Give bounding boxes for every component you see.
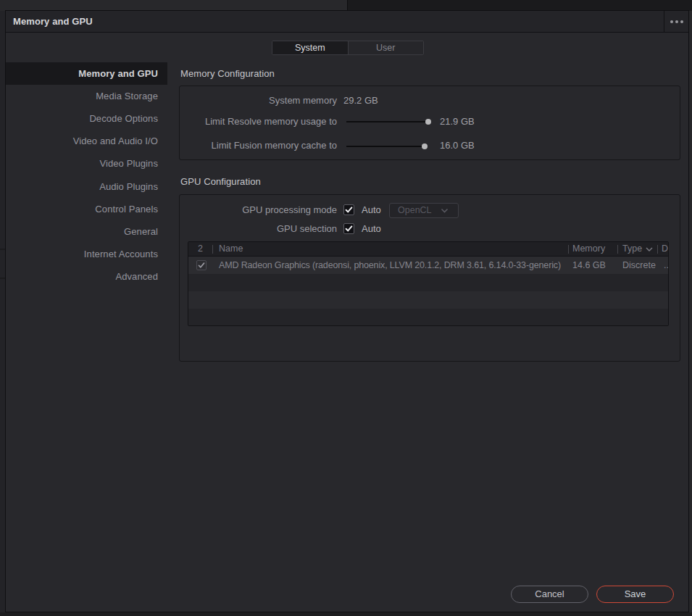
system-memory-label: System memory xyxy=(187,94,337,107)
chevron-down-icon xyxy=(441,208,449,213)
fusion-cache-slider-thumb[interactable] xyxy=(422,143,428,149)
column-divider xyxy=(212,245,213,254)
sidebar-item-video-plugins[interactable]: Video Plugins xyxy=(6,152,167,175)
tab-user[interactable]: User xyxy=(348,41,424,54)
gpu-selection-auto-label: Auto xyxy=(362,222,381,236)
gpu-table-header-memory[interactable]: Memory xyxy=(572,242,605,256)
gpu-configuration-heading: GPU Configuration xyxy=(180,176,261,187)
backdrop-app-top-right xyxy=(348,0,692,11)
gpu-table-header-count[interactable]: 2 xyxy=(188,242,212,256)
gpu-table-header-device[interactable]: Device xyxy=(662,242,669,256)
backdrop-panel-seam xyxy=(0,249,5,250)
backdrop-app-bottom xyxy=(0,612,692,616)
gpu-selection-label: GPU selection xyxy=(187,222,337,236)
column-divider xyxy=(617,245,618,254)
sidebar-item-advanced[interactable]: Advanced xyxy=(6,265,167,288)
gpu-processing-mode-dropdown[interactable]: OpenCL xyxy=(389,203,459,218)
options-menu-button[interactable] xyxy=(664,11,688,33)
sidebar-item-audio-plugins[interactable]: Audio Plugins xyxy=(6,175,167,198)
backdrop-app-top-left xyxy=(0,0,348,11)
tab-system[interactable]: System xyxy=(272,41,348,54)
resolve-memory-slider-thumb[interactable] xyxy=(425,119,431,125)
gpu-processing-mode-dropdown-value: OpenCL xyxy=(398,204,432,217)
ellipsis-icon xyxy=(680,20,683,23)
gpu-processing-mode-auto-label: Auto xyxy=(362,204,381,217)
gpu-table: 2 Name Memory Type Device AMD Radeon Gra… xyxy=(188,241,669,326)
fusion-cache-limit-value: 16.0 GB xyxy=(440,139,475,152)
checkmark-icon xyxy=(197,261,206,270)
checkmark-icon xyxy=(344,224,354,233)
gpu-processing-mode-label: GPU processing mode xyxy=(187,204,337,217)
resolve-memory-limit-value: 21.9 GB xyxy=(440,115,475,128)
gpu-table-header: 2 Name Memory Type Device xyxy=(188,242,668,257)
gpu-table-empty-row xyxy=(188,291,668,309)
gpu-table-empty-row xyxy=(188,309,668,326)
memory-configuration-heading: Memory Configuration xyxy=(180,68,275,79)
gpu-table-header-name[interactable]: Name xyxy=(219,242,243,256)
backdrop-panel-seam xyxy=(0,278,5,279)
dialog-titlebar: Memory and GPU xyxy=(6,11,688,33)
preferences-tab-group: System User xyxy=(272,41,424,55)
cancel-button[interactable]: Cancel xyxy=(511,586,588,603)
fusion-cache-slider-track[interactable] xyxy=(346,146,426,147)
gpu-table-empty-row xyxy=(188,274,668,291)
gpu-row-checkbox[interactable] xyxy=(196,260,207,270)
gpu-type-cell: Discrete xyxy=(622,257,656,274)
backdrop-app-right xyxy=(689,11,692,616)
sidebar-item-decode-options[interactable]: Decode Options xyxy=(6,107,167,130)
sidebar-item-media-storage[interactable]: Media Storage xyxy=(6,85,167,107)
ellipsis-icon xyxy=(670,20,673,23)
column-divider xyxy=(568,245,569,254)
resolve-memory-slider-track[interactable] xyxy=(346,121,430,122)
save-button[interactable]: Save xyxy=(596,586,674,603)
sidebar-item-internet-accounts[interactable]: Internet Accounts xyxy=(6,243,167,265)
checkmark-icon xyxy=(344,205,354,215)
gpu-processing-mode-auto-checkbox[interactable] xyxy=(343,204,354,215)
system-memory-value: 29.2 GB xyxy=(343,94,378,107)
sort-chevron-icon[interactable] xyxy=(646,247,653,251)
ellipsis-icon xyxy=(675,20,678,23)
sidebar-item-general[interactable]: General xyxy=(6,220,167,243)
resolve-memory-limit-label: Limit Resolve memory usage to xyxy=(187,115,337,128)
sidebar-item-control-panels[interactable]: Control Panels xyxy=(6,198,167,220)
gpu-table-row[interactable]: AMD Radeon Graphics (radeonsi, phoenix, … xyxy=(188,257,668,274)
backdrop-app-left xyxy=(0,11,5,616)
gpu-table-header-type[interactable]: Type xyxy=(622,242,642,256)
gpu-memory-cell: 14.6 GB xyxy=(572,257,606,274)
gpu-selection-auto-checkbox[interactable] xyxy=(343,223,354,234)
fusion-cache-limit-label: Limit Fusion memory cache to xyxy=(187,139,337,152)
gpu-device-cell: ... xyxy=(664,257,669,274)
sidebar-item-video-and-audio-i-o[interactable]: Video and Audio I/O xyxy=(6,130,167,152)
dialog-title: Memory and GPU xyxy=(13,11,93,33)
preferences-dialog: Memory and GPU System User Memory and GP… xyxy=(5,10,689,612)
sidebar-item-memory-and-gpu[interactable]: Memory and GPU xyxy=(6,62,167,85)
gpu-name-cell: AMD Radeon Graphics (radeonsi, phoenix, … xyxy=(219,257,561,274)
column-divider xyxy=(657,245,658,254)
